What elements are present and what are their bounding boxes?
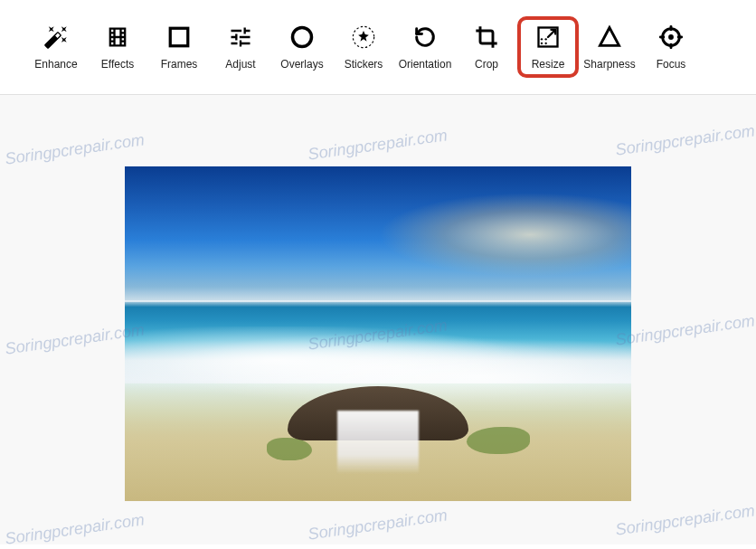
canvas-area xyxy=(0,95,756,544)
tool-label: Stickers xyxy=(345,58,383,71)
target-icon xyxy=(657,24,685,51)
svg-point-4 xyxy=(541,38,543,40)
tool-orientation[interactable]: Orientation xyxy=(394,16,456,78)
rotate-icon xyxy=(411,24,439,51)
crop-icon xyxy=(473,24,500,51)
svg-point-7 xyxy=(545,38,547,40)
tool-label: Enhance xyxy=(34,58,77,71)
tool-focus[interactable]: Focus xyxy=(640,16,702,78)
filmstrip-icon xyxy=(104,24,131,51)
magic-wand-icon xyxy=(43,24,70,51)
tool-label: Sharpness xyxy=(583,58,635,71)
tool-adjust[interactable]: Adjust xyxy=(210,16,271,78)
tool-sharpness[interactable]: Sharpness xyxy=(579,16,640,78)
resize-icon xyxy=(534,24,562,51)
tool-label: Frames xyxy=(161,58,198,71)
toolbar: Enhance Effects Frames Adjust Overlays S… xyxy=(0,0,756,95)
tool-overlays[interactable]: Overlays xyxy=(271,16,333,78)
svg-point-1 xyxy=(293,28,312,47)
tool-label: Adjust xyxy=(225,58,255,71)
star-badge-icon xyxy=(350,24,377,51)
tool-frames[interactable]: Frames xyxy=(148,16,210,78)
tool-stickers[interactable]: Stickers xyxy=(333,16,394,78)
triangle-icon xyxy=(596,24,623,51)
svg-point-6 xyxy=(545,43,547,44)
tool-label: Orientation xyxy=(399,58,452,71)
tool-effects[interactable]: Effects xyxy=(87,16,148,78)
tool-label: Resize xyxy=(532,58,565,71)
tool-label: Overlays xyxy=(280,58,323,71)
tool-enhance[interactable]: Enhance xyxy=(25,16,87,78)
square-icon xyxy=(165,24,193,51)
sliders-icon xyxy=(227,24,254,51)
tool-resize[interactable]: Resize xyxy=(517,16,579,78)
tool-crop[interactable]: Crop xyxy=(456,16,517,78)
svg-rect-0 xyxy=(170,28,188,46)
svg-point-9 xyxy=(668,34,674,40)
tool-label: Crop xyxy=(475,58,498,71)
svg-point-5 xyxy=(541,43,543,44)
tool-label: Focus xyxy=(657,58,686,71)
circle-icon xyxy=(288,24,316,51)
image-preview[interactable] xyxy=(125,166,631,501)
tool-label: Effects xyxy=(101,58,134,71)
